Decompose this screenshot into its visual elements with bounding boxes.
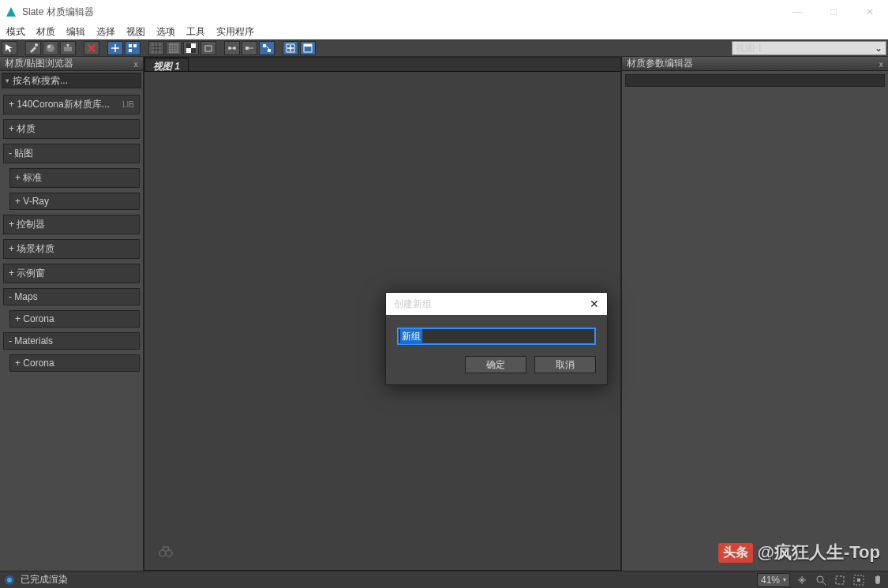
- app-logo-icon: [5, 6, 17, 18]
- menu-tools[interactable]: 工具: [186, 25, 205, 39]
- tree-item[interactable]: - 贴图: [3, 144, 140, 163]
- dropdown-icon: ⌄: [875, 43, 882, 54]
- tree-item[interactable]: - Materials: [3, 332, 140, 350]
- menu-bar: 模式 材质 编辑 选择 视图 选项 工具 实用程序: [0, 24, 888, 39]
- dialog-close-icon[interactable]: ✕: [590, 298, 599, 310]
- close-button[interactable]: ✕: [852, 0, 888, 24]
- group-name-value: 新组: [400, 329, 422, 344]
- group-name-input[interactable]: 新组: [397, 328, 596, 345]
- tree-item[interactable]: - Maps: [3, 288, 140, 305]
- toolbar: 视图 1 ⌄: [0, 39, 888, 57]
- view-selector-label: 视图 1: [736, 42, 762, 55]
- parameter-name-field[interactable]: [625, 74, 885, 87]
- ok-button[interactable]: 确定: [465, 356, 526, 373]
- maximize-button[interactable]: □: [815, 0, 852, 24]
- svg-point-21: [159, 550, 166, 556]
- window-titlebar: Slate 材质编辑器 — □ ✕: [0, 0, 888, 24]
- tool-apply-icon[interactable]: [60, 41, 76, 55]
- parameter-editor-panel: 材质参数编辑器 x: [621, 57, 888, 571]
- material-tree: + 140Corona新材质库...LIB + 材质 - 贴图 + 标准 + V…: [0, 90, 143, 373]
- svg-rect-16: [263, 44, 266, 47]
- zoom-icon[interactable]: [814, 573, 828, 587]
- minimize-button[interactable]: —: [779, 0, 815, 24]
- window-title: Slate 材质编辑器: [22, 6, 779, 19]
- menu-material[interactable]: 材质: [36, 25, 55, 39]
- tree-item[interactable]: + 标准: [9, 168, 140, 188]
- svg-rect-6: [129, 49, 132, 52]
- frame-icon[interactable]: [833, 573, 847, 587]
- svg-rect-17: [268, 49, 271, 52]
- svg-point-0: [35, 43, 38, 47]
- search-placeholder: 按名称搜索...: [13, 74, 68, 88]
- tool-grid1-icon[interactable]: [148, 41, 164, 55]
- svg-rect-12: [205, 46, 212, 51]
- view-tab[interactable]: 视图 1: [144, 58, 189, 72]
- left-panel-title: 材质/贴图浏览器: [5, 57, 73, 70]
- create-group-dialog: 创建新组 ✕ 新组 确定 取消: [385, 292, 608, 385]
- svg-rect-10: [186, 43, 191, 48]
- tool-expand-icon[interactable]: [283, 41, 298, 55]
- view-tab-strip: [144, 58, 620, 72]
- hand-icon[interactable]: [871, 573, 885, 587]
- left-panel-close-icon[interactable]: x: [134, 59, 139, 69]
- search-input[interactable]: 按名称搜索...: [2, 73, 141, 88]
- left-panel-header: 材质/贴图浏览器 x: [0, 57, 143, 71]
- zoom-level[interactable]: 41%▾: [757, 573, 790, 587]
- right-panel-title: 材质参数编辑器: [627, 57, 693, 70]
- tool-checker-icon[interactable]: [183, 41, 199, 55]
- tool-picker-icon[interactable]: [25, 41, 41, 55]
- pan-icon[interactable]: [795, 573, 809, 587]
- svg-rect-20: [304, 44, 312, 47]
- svg-point-22: [166, 550, 172, 556]
- tool-move-icon[interactable]: [107, 41, 123, 55]
- tree-item[interactable]: + V-Ray: [9, 193, 140, 210]
- tool-window-icon[interactable]: [300, 41, 316, 55]
- svg-rect-26: [836, 576, 844, 584]
- menu-edit[interactable]: 编辑: [66, 25, 85, 39]
- tree-item[interactable]: + 140Corona新材质库...LIB: [3, 95, 140, 114]
- menu-options[interactable]: 选项: [156, 25, 175, 39]
- menu-mode[interactable]: 模式: [6, 25, 25, 39]
- status-text: 已完成渲染: [21, 573, 68, 586]
- render-status-icon: [3, 574, 16, 586]
- menu-select[interactable]: 选择: [96, 25, 115, 39]
- svg-point-24: [7, 578, 12, 582]
- view-selector[interactable]: 视图 1 ⌄: [732, 41, 886, 55]
- menu-view[interactable]: 视图: [126, 25, 145, 39]
- dialog-titlebar: 创建新组 ✕: [386, 293, 607, 315]
- tree-item[interactable]: + 控制器: [3, 215, 140, 234]
- material-browser-panel: 材质/贴图浏览器 x 按名称搜索... + 140Corona新材质库...LI…: [0, 57, 144, 571]
- tree-item[interactable]: + 材质: [3, 119, 140, 139]
- tool-grid2-icon[interactable]: [166, 41, 182, 55]
- right-panel-header: 材质参数编辑器 x: [622, 57, 888, 71]
- tool-connect1-icon[interactable]: [224, 41, 240, 55]
- tool-sphere-icon[interactable]: [43, 41, 58, 55]
- status-bar: 已完成渲染 41%▾: [0, 571, 888, 588]
- menu-utility[interactable]: 实用程序: [216, 25, 254, 39]
- right-panel-close-icon[interactable]: x: [879, 59, 884, 69]
- svg-point-1: [47, 44, 54, 52]
- svg-rect-15: [245, 47, 249, 50]
- tree-item[interactable]: + Corona: [9, 354, 140, 372]
- svg-rect-28: [857, 579, 860, 582]
- binoculars-icon[interactable]: [159, 546, 173, 557]
- frame-all-icon[interactable]: [852, 573, 866, 587]
- node-canvas[interactable]: 视图 1 创建新组 ✕ 新组 确定 取消: [144, 57, 621, 571]
- svg-rect-4: [129, 44, 132, 47]
- tree-item[interactable]: + 场景材质: [3, 239, 140, 259]
- svg-rect-7: [152, 43, 161, 53]
- tool-box-icon[interactable]: [200, 41, 216, 55]
- main-area: 材质/贴图浏览器 x 按名称搜索... + 140Corona新材质库...LI…: [0, 57, 888, 571]
- tool-delete-icon[interactable]: [84, 41, 99, 55]
- tree-item[interactable]: + Corona: [9, 310, 140, 328]
- tool-arrow-icon[interactable]: [2, 41, 17, 55]
- cancel-button[interactable]: 取消: [534, 356, 596, 373]
- svg-rect-5: [133, 44, 137, 47]
- tool-connect2-icon[interactable]: [242, 41, 257, 55]
- app-body: 视图 1 ⌄ 材质/贴图浏览器 x 按名称搜索... + 140Corona新材…: [0, 39, 888, 588]
- tool-layout-icon[interactable]: [125, 41, 141, 55]
- svg-point-25: [817, 576, 823, 582]
- tool-connect3-icon[interactable]: [259, 41, 275, 55]
- dialog-title: 创建新组: [394, 298, 432, 311]
- tree-item[interactable]: + 示例窗: [3, 264, 140, 283]
